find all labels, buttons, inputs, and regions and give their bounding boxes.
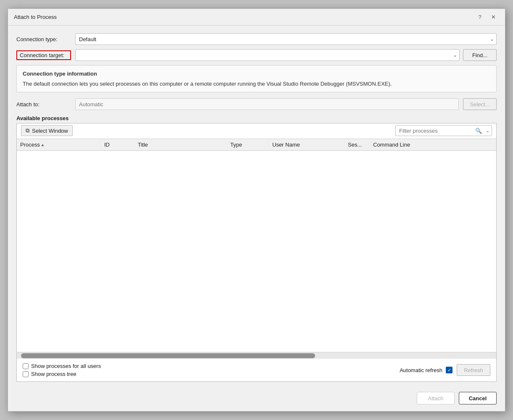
scrollbar-thumb: [21, 353, 315, 358]
available-processes-section: Available processes ⧉ Select Window 🔍 ⌄: [16, 115, 497, 382]
th-type-label: Type: [230, 142, 242, 148]
select-button[interactable]: Select...: [463, 98, 497, 110]
title-bar-controls: ? ✕: [474, 11, 499, 23]
show-all-users-row: Show processes for all users: [23, 363, 101, 369]
show-all-users-checkbox[interactable]: [23, 363, 29, 369]
th-cmdline[interactable]: Command Line: [370, 141, 496, 149]
bottom-right: Automatic refresh ✓ Refresh: [400, 364, 490, 376]
select-window-label: Select Window: [32, 128, 68, 134]
help-button[interactable]: ?: [474, 11, 486, 23]
th-username-label: User Name: [272, 142, 300, 148]
th-id-label: ID: [104, 142, 110, 148]
show-process-tree-label: Show process tree: [31, 371, 76, 377]
connection-type-wrapper: Default ⌄: [75, 33, 497, 45]
footer-buttons: Attach Cancel: [8, 388, 505, 411]
select-window-button[interactable]: ⧉ Select Window: [21, 125, 73, 136]
filter-processes-input[interactable]: [395, 125, 492, 136]
connection-target-combo-wrapper: ⌄: [75, 49, 460, 61]
available-processes-label: Available processes: [16, 115, 497, 121]
th-type[interactable]: Type: [227, 141, 269, 149]
sort-asc-icon: ▲: [41, 143, 45, 147]
find-button[interactable]: Find...: [463, 49, 497, 61]
attach-to-process-dialog: Attach to Process ? ✕ Connection type: D…: [8, 8, 505, 412]
connection-target-label: Connection target:: [16, 50, 71, 60]
th-process[interactable]: Process ▲: [17, 141, 101, 149]
select-window-icon: ⧉: [26, 127, 29, 134]
th-title-label: Title: [138, 142, 148, 148]
th-title[interactable]: Title: [134, 141, 227, 149]
refresh-button[interactable]: Refresh: [457, 364, 490, 376]
process-table-container: ⧉ Select Window 🔍 ⌄ Process ▲: [16, 123, 497, 382]
attach-to-row: Attach to: Select...: [16, 98, 497, 110]
connection-type-label: Connection type:: [16, 36, 71, 42]
connection-type-select[interactable]: Default: [75, 33, 497, 45]
auto-refresh-checkbox[interactable]: ✓: [446, 367, 452, 373]
show-process-tree-checkbox[interactable]: [23, 371, 29, 377]
cancel-button[interactable]: Cancel: [459, 392, 497, 404]
connection-target-input[interactable]: [75, 49, 460, 61]
process-toolbar: ⧉ Select Window 🔍 ⌄: [17, 123, 496, 139]
auto-refresh-label: Automatic refresh: [400, 367, 442, 373]
process-table-body[interactable]: [17, 151, 496, 352]
info-box-text: The default connection lets you select p…: [23, 80, 490, 88]
attach-button[interactable]: Attach: [417, 392, 455, 404]
dialog-body: Connection type: Default ⌄ Connection ta…: [8, 26, 505, 388]
show-all-users-label: Show processes for all users: [31, 363, 101, 369]
bottom-controls: Show processes for all users Show proces…: [17, 359, 496, 381]
th-cmdline-label: Command Line: [373, 142, 410, 148]
attach-to-input[interactable]: [75, 98, 459, 110]
th-ses-label: Ses...: [348, 142, 362, 148]
close-button[interactable]: ✕: [487, 11, 499, 23]
show-process-tree-row: Show process tree: [23, 371, 101, 377]
attach-to-label: Attach to:: [16, 101, 71, 108]
th-id[interactable]: ID: [101, 141, 134, 149]
title-bar: Attach to Process ? ✕: [8, 9, 505, 26]
th-ses[interactable]: Ses...: [345, 141, 370, 149]
connection-info-box: Connection type information The default …: [16, 65, 497, 92]
filter-wrapper: 🔍 ⌄: [395, 125, 492, 136]
connection-target-row: Connection target: ⌄ Find...: [16, 49, 497, 61]
bottom-bar: Show processes for all users Show proces…: [21, 362, 492, 378]
dialog-title: Attach to Process: [14, 14, 57, 20]
bottom-left: Show processes for all users Show proces…: [23, 363, 101, 377]
info-box-title: Connection type information: [23, 70, 490, 78]
th-username[interactable]: User Name: [269, 141, 345, 149]
horizontal-scrollbar[interactable]: [17, 352, 496, 359]
connection-target-input-group: ⌄ Find...: [75, 49, 497, 61]
connection-type-row: Connection type: Default ⌄: [16, 33, 497, 45]
table-header: Process ▲ ID Title Type User Name: [17, 139, 496, 151]
auto-refresh-row: Automatic refresh ✓: [400, 367, 452, 373]
connection-type-label-text: Connection type:: [16, 36, 58, 42]
th-process-label: Process: [20, 142, 40, 148]
